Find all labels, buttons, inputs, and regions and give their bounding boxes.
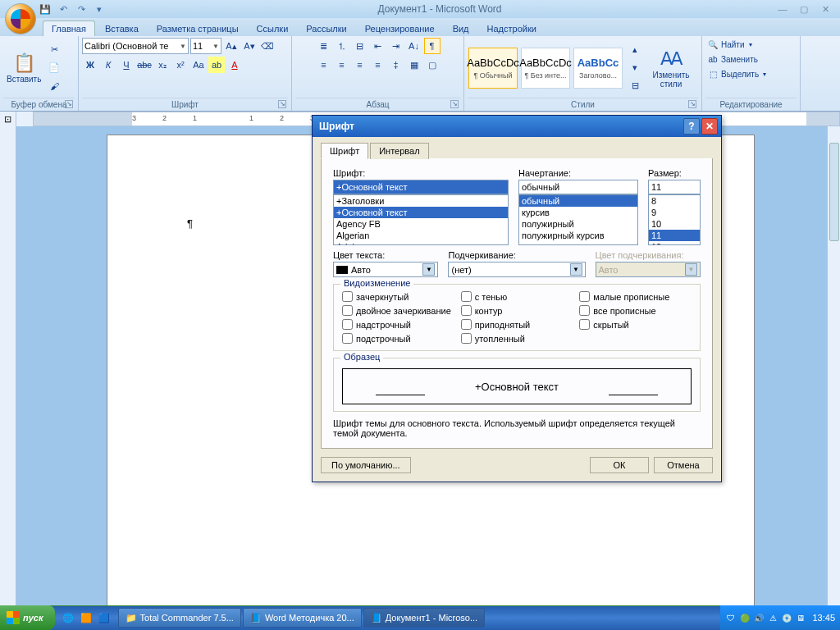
font-listbox[interactable]: +Заголовки +Основной текст Agency FB Alg… (333, 194, 509, 245)
tray-icon[interactable]: 🔊 (753, 612, 765, 623)
office-button[interactable] (5, 3, 36, 34)
tray-clock[interactable]: 13:45 (812, 613, 835, 623)
maximize-button[interactable]: ▢ (794, 2, 814, 16)
format-painter-button[interactable]: 🖌 (46, 78, 62, 94)
dialog-tab-spacing[interactable]: Интервал (370, 143, 428, 159)
font-option[interactable]: Arial (334, 241, 508, 245)
tab-layout[interactable]: Разметка страницы (148, 21, 247, 36)
cancel-button[interactable]: Отмена (654, 457, 713, 473)
qat-redo[interactable]: ↷ (74, 2, 89, 16)
grow-font-button[interactable]: A▴ (223, 38, 240, 54)
outdent-button[interactable]: ⇤ (370, 38, 386, 54)
quicklaunch-ie[interactable]: 🌐 (60, 609, 76, 627)
clear-formatting-button[interactable]: ⌫ (259, 38, 276, 54)
default-button[interactable]: По умолчанию... (321, 457, 411, 473)
chk-shadow[interactable]: с тенью (461, 291, 573, 302)
styles-row-down[interactable]: ▾ (627, 60, 643, 76)
task-document1[interactable]: 📘Документ1 - Microso... (363, 608, 485, 628)
font-option[interactable]: Agency FB (334, 218, 508, 230)
size-option[interactable]: 10 (649, 218, 700, 230)
underline-dropdown[interactable]: (нет)▼ (448, 262, 585, 277)
bold-button[interactable]: Ж (82, 57, 98, 73)
font-family-combo[interactable]: Calibri (Основной те▼ (82, 38, 189, 54)
style-option[interactable]: курсив (519, 207, 637, 218)
dialog-help-button[interactable]: ? (683, 118, 700, 135)
chk-hidden[interactable]: скрытый (579, 319, 692, 330)
styles-row-up[interactable]: ▴ (627, 42, 643, 58)
copy-button[interactable]: 📄 (46, 60, 62, 76)
style-listbox[interactable]: обычный курсив полужирный полужирный кур… (518, 194, 638, 245)
font-option[interactable]: +Основной текст (334, 207, 508, 218)
tray-icon[interactable]: 🖥 (795, 612, 806, 623)
qat-undo[interactable]: ↶ (56, 2, 71, 16)
quicklaunch-app1[interactable]: 🟧 (78, 609, 94, 627)
font-option[interactable]: Algerian (334, 230, 508, 241)
font-name-input[interactable] (333, 180, 509, 194)
dialog-titlebar[interactable]: Шрифт ? ✕ (313, 116, 721, 137)
tab-mailings[interactable]: Рассылки (298, 21, 354, 36)
style-heading1[interactable]: AaBbCcЗаголово... (573, 48, 623, 89)
quicklaunch-app2[interactable]: 🟦 (96, 609, 112, 627)
size-listbox[interactable]: 8 9 10 11 12 (648, 194, 701, 245)
superscript-button[interactable]: x² (172, 57, 189, 73)
scrollbar-thumb[interactable] (829, 143, 839, 241)
change-case-button[interactable]: Aa (190, 57, 207, 73)
styles-launcher[interactable]: ↘ (688, 100, 696, 108)
show-marks-button[interactable]: ¶ (424, 38, 441, 54)
close-button[interactable]: ✕ (815, 2, 835, 16)
subscript-button[interactable]: x₂ (154, 57, 171, 73)
font-color-dropdown[interactable]: Авто▼ (333, 262, 438, 277)
highlight-button[interactable]: ab (208, 57, 225, 73)
tab-addins[interactable]: Надстройки (479, 21, 545, 36)
chk-engrave[interactable]: утопленный (461, 333, 573, 344)
align-right-button[interactable]: ≡ (352, 57, 368, 73)
indent-button[interactable]: ⇥ (388, 38, 404, 54)
numbering-button[interactable]: ⒈ (334, 38, 350, 54)
select-button[interactable]: ⬚Выделить▾ (705, 67, 768, 80)
task-totalcmd[interactable]: 📁Total Commander 7.5... (118, 608, 241, 628)
style-normal[interactable]: AaBbCcDc¶ Обычный (468, 48, 518, 89)
font-color-button[interactable]: A (226, 57, 243, 73)
find-button[interactable]: 🔍Найти▾ (705, 38, 754, 51)
task-word-method[interactable]: 📘Word Методичка 20... (243, 608, 362, 628)
change-styles-button[interactable]: Ꜳ Изменить стили (645, 46, 697, 90)
tray-icon[interactable]: 🟢 (739, 612, 751, 623)
ok-button[interactable]: ОК (590, 457, 649, 473)
vertical-ruler[interactable] (0, 126, 16, 610)
chk-double-strike[interactable]: двойное зачеркивание (342, 305, 454, 316)
size-option[interactable]: 11 (649, 230, 700, 241)
align-left-button[interactable]: ≡ (316, 57, 332, 73)
replace-button[interactable]: abЗаменить (705, 52, 760, 66)
clipboard-launcher[interactable]: ↘ (65, 100, 73, 108)
chk-emboss[interactable]: приподнятый (461, 319, 573, 330)
chk-outline[interactable]: контур (461, 305, 573, 316)
font-size-combo[interactable]: 11▼ (190, 38, 221, 54)
justify-button[interactable]: ≡ (370, 57, 386, 73)
styles-more[interactable]: ⊟ (627, 78, 643, 94)
dialog-tab-font[interactable]: Шрифт (321, 143, 368, 159)
chk-subscript[interactable]: подстрочный (342, 333, 454, 344)
strike-button[interactable]: abc (136, 57, 153, 73)
minimize-button[interactable]: — (773, 2, 792, 16)
tab-references[interactable]: Ссылки (249, 21, 297, 36)
size-option[interactable]: 9 (649, 207, 700, 218)
underline-button[interactable]: Ч (118, 57, 135, 73)
chk-superscript[interactable]: надстрочный (342, 319, 454, 330)
shrink-font-button[interactable]: A▾ (241, 38, 258, 54)
style-nospacing[interactable]: AaBbCcDc¶ Без инте... (521, 48, 570, 89)
size-option[interactable]: 8 (649, 195, 700, 207)
tab-insert[interactable]: Вставка (97, 21, 147, 36)
shading-button[interactable]: ▦ (406, 57, 422, 73)
bullets-button[interactable]: ≣ (316, 38, 332, 54)
line-spacing-button[interactable]: ‡ (388, 57, 404, 73)
borders-button[interactable]: ▢ (424, 57, 441, 73)
tray-icon[interactable]: ⚠ (767, 612, 778, 623)
size-option[interactable]: 12 (649, 241, 700, 245)
tray-icon[interactable]: 🛡 (725, 612, 737, 623)
tab-home[interactable]: Главная (43, 21, 95, 36)
font-launcher[interactable]: ↘ (278, 100, 286, 108)
style-option[interactable]: полужирный (519, 218, 637, 230)
tab-view[interactable]: Вид (445, 21, 477, 36)
start-button[interactable]: пуск (0, 605, 55, 630)
chk-smallcaps[interactable]: малые прописные (579, 291, 692, 302)
